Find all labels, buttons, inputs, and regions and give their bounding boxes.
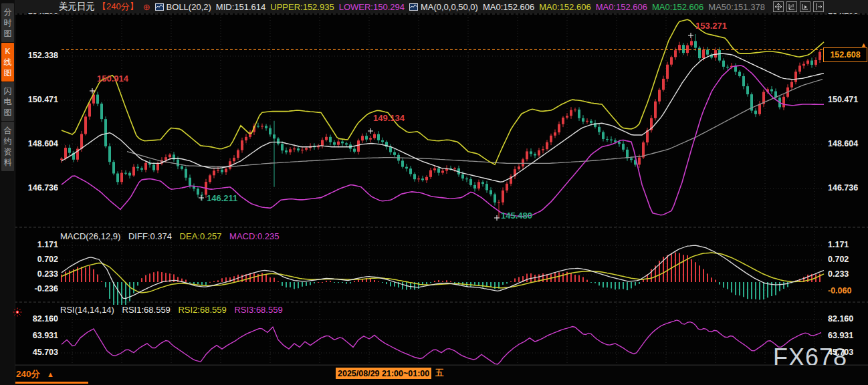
macd-dea: DEA:0.257 <box>180 231 222 241</box>
macd-hist-bar <box>691 259 692 282</box>
candle-body <box>602 132 605 139</box>
macd-hist-bar <box>189 282 191 283</box>
period-underline <box>15 382 88 384</box>
rsi-axis-label: 63.931 <box>828 331 853 340</box>
candle-body <box>437 168 440 173</box>
rsi2: RSI2:68.559 <box>178 305 226 315</box>
candle-body <box>136 167 139 168</box>
macd-hist-bar <box>751 282 752 299</box>
scale-left-icon[interactable] <box>786 1 797 12</box>
candle-body <box>746 86 749 94</box>
macd-hist-bar <box>402 282 403 289</box>
macd-hist-bar <box>342 282 343 283</box>
macd-hist-bar <box>510 281 512 282</box>
candle-body <box>297 148 300 150</box>
candle-body <box>277 138 280 144</box>
price-axis-label: 146.736 <box>17 183 58 192</box>
macd-hist-bar <box>731 282 732 293</box>
macd-hist-bar <box>145 275 146 282</box>
candle-body <box>473 185 476 188</box>
macd-hist-bar <box>165 273 167 282</box>
macd-hist-bar <box>534 275 536 282</box>
candle-body <box>301 150 304 150</box>
candle-body <box>409 168 412 174</box>
macd-hist-bar <box>542 273 544 282</box>
candle-body <box>64 148 67 158</box>
circle-plus-icon[interactable]: ⊕ <box>143 2 150 12</box>
candle-body <box>815 60 817 65</box>
candle-body <box>606 139 609 140</box>
macd-hist-bar <box>703 269 704 282</box>
sidebar-tab-kline[interactable]: K线图 <box>1 43 14 82</box>
macd-hist-bar <box>635 282 636 285</box>
macd-hist-bar <box>286 282 287 287</box>
left-tab-strip: 分时图 K线图 闪电图 合约资料 <box>0 0 15 385</box>
macd-hist-bar <box>121 282 122 305</box>
candle-body <box>518 166 520 169</box>
candle-body <box>734 66 737 72</box>
chart-canvas[interactable] <box>0 0 868 385</box>
chart-toolbar <box>773 1 824 12</box>
pan-move-icon[interactable] <box>773 1 784 12</box>
playback-icon[interactable] <box>800 1 810 12</box>
candle-body <box>465 178 468 179</box>
candle-body <box>120 173 123 182</box>
alarm-icon[interactable] <box>13 307 22 317</box>
crosshair-weekday: 五 <box>435 368 444 379</box>
macd-hist-bar <box>699 265 700 282</box>
candle-body <box>237 150 239 158</box>
candle-body <box>726 67 729 68</box>
candle-body <box>502 190 504 203</box>
macd-hist-bar <box>418 282 419 289</box>
candle-body <box>441 170 444 172</box>
chevron-up-icon: ▲ <box>47 370 54 378</box>
macd-hist-bar <box>173 274 175 282</box>
macd-hist-bar <box>518 277 520 282</box>
candle-body <box>321 140 324 145</box>
candle-body <box>742 76 745 86</box>
macd-hist-bar <box>582 277 584 282</box>
candle-body <box>357 140 360 152</box>
rsi-name: RSI(14,14,14) <box>60 305 114 315</box>
candle-body <box>578 110 580 118</box>
candle-body <box>165 157 167 160</box>
macd-hist-bar <box>590 282 592 283</box>
ma0-value-3: MA0:152.606 <box>596 2 647 12</box>
macd-hist-bar <box>779 282 780 291</box>
macd-hist-bar <box>586 280 588 282</box>
boll-lower: LOWER:150.294 <box>339 2 405 12</box>
boll-name: BOLL(20,2) <box>167 2 211 12</box>
sidebar-tab-timeline[interactable]: 分时图 <box>1 3 14 42</box>
macd-hist-bar <box>101 281 102 282</box>
candle-body <box>666 65 669 79</box>
sidebar-tab-contract[interactable]: 合约资料 <box>1 122 14 171</box>
macd-hist-bar <box>386 282 387 284</box>
candle-body <box>481 182 484 184</box>
candle-body <box>233 158 235 161</box>
candle-body <box>405 167 408 169</box>
macd-hist-bar <box>129 282 130 301</box>
candle-body <box>185 169 187 178</box>
macd-hist-bar <box>274 278 275 282</box>
macd-hist-bar <box>217 280 219 282</box>
candle-body <box>261 126 263 126</box>
ma0-value-4: MA0:152.606 <box>652 2 703 12</box>
candle-body <box>542 149 544 150</box>
candle-body <box>128 173 131 176</box>
rsi-axis-label: 45.703 <box>17 348 58 357</box>
candle-body <box>381 140 384 142</box>
indicator-chart-icon <box>409 3 418 11</box>
sidebar-tab-lightning[interactable]: 闪电图 <box>1 82 14 121</box>
rsi-axis-label: 82.160 <box>828 314 853 324</box>
candle-body <box>305 148 308 150</box>
candle-body <box>333 142 336 145</box>
macd-hist-bar <box>570 273 572 282</box>
price-extreme-label: 150.914 <box>97 74 128 84</box>
candle-body <box>782 97 785 108</box>
macd-hist-bar <box>197 282 199 284</box>
macd-axis-label: 0.702 <box>17 255 58 264</box>
period-selector[interactable]: 240分▲ <box>16 368 54 380</box>
macd-diff: DIFF:0.374 <box>128 231 172 241</box>
expand-right-icon[interactable] <box>813 1 824 12</box>
candle-body <box>144 163 147 170</box>
